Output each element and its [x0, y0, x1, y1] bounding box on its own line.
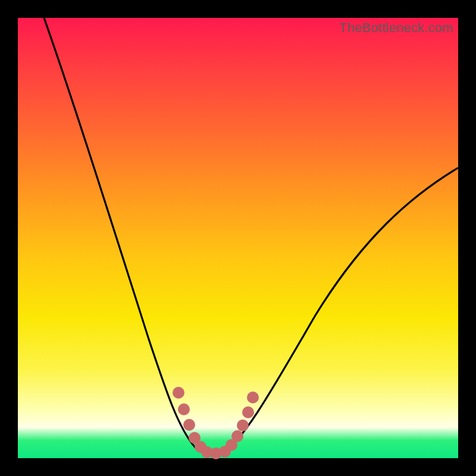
marker-group	[173, 387, 259, 459]
chart-svg	[18, 18, 458, 458]
marker-dot	[242, 406, 254, 418]
marker-dot	[237, 419, 249, 431]
marker-dot	[178, 403, 190, 415]
marker-dot	[173, 387, 184, 399]
outer-frame: TheBottleneck.com	[0, 0, 476, 476]
plot-area: TheBottleneck.com	[18, 18, 458, 458]
bottleneck-curve	[44, 18, 458, 455]
marker-dot	[231, 430, 243, 442]
marker-dot	[247, 392, 259, 403]
marker-dot	[183, 419, 195, 431]
